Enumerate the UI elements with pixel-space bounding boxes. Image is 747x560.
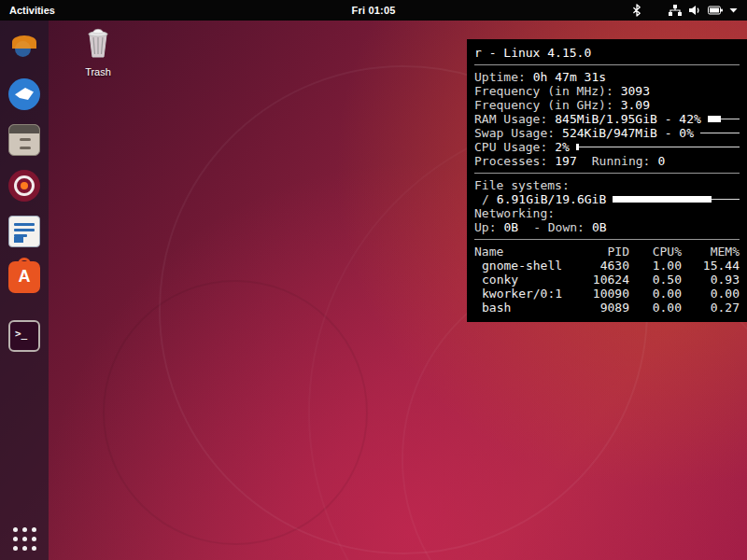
fs-root-row: /6.91GiB/19.6GiB (474, 192, 740, 206)
trash-label: Trash (73, 66, 123, 77)
filesystems-header: File systems: (474, 178, 740, 192)
process-row-pid: 9089 (573, 301, 629, 315)
process-row-mem: 0.27 (682, 301, 740, 315)
process-row-name: gnome-shell (474, 259, 573, 273)
divider (474, 64, 740, 65)
freq-mhz-row: Frequency (in MHz):3093 (474, 84, 740, 98)
bluetooth-icon (632, 4, 641, 17)
dock-item-files[interactable] (4, 119, 45, 161)
process-row-name: kworker/0:1 (474, 287, 573, 301)
thunderbird-icon (8, 78, 40, 110)
dock-item-libreoffice-writer[interactable] (4, 211, 45, 252)
activities-button[interactable]: Activities (0, 0, 64, 21)
swap-usage-bar (700, 130, 740, 136)
dock: A >_ (0, 21, 49, 560)
dock-item-firefox[interactable] (4, 28, 45, 69)
process-row-mem: 0.00 (682, 287, 740, 301)
freq-ghz-row: Frequency (in GHz):3.09 (474, 98, 740, 112)
top-bar: Activities Fri 01:05 (0, 0, 747, 21)
rhythmbox-icon (8, 170, 40, 202)
network-icon (669, 5, 682, 16)
desktop[interactable]: Activities Fri 01:05 (0, 0, 747, 560)
conky-title: r - Linux 4.15.0 (474, 46, 591, 60)
dock-item-rhythmbox[interactable] (4, 165, 45, 206)
process-row-cpu: 1.00 (629, 259, 682, 273)
chevron-down-icon (729, 7, 738, 13)
process-row-pid: 10624 (573, 273, 629, 287)
process-row-mem: 0.93 (682, 273, 740, 287)
battery-icon (708, 6, 723, 15)
terminal-icon: >_ (8, 320, 40, 352)
network-updown-row: Up:0B - Down:0B (474, 220, 740, 234)
trash-icon (82, 47, 114, 63)
uptime-row: Uptime:0h 47m 31s (474, 70, 740, 84)
desktop-icon-trash[interactable]: Trash (73, 26, 123, 77)
files-icon (8, 124, 40, 156)
col-header-cpu: CPU% (629, 245, 682, 259)
process-row-cpu: 0.00 (629, 287, 682, 301)
swap-usage-row: Swap Usage:524KiB/947MiB - 0% (474, 126, 740, 140)
process-row-name: conky (474, 273, 573, 287)
dock-item-thunderbird[interactable] (4, 74, 45, 115)
col-header-pid: PID (573, 245, 629, 259)
divider (474, 173, 740, 174)
wallpaper-circle (103, 280, 368, 545)
fs-root-bar (613, 196, 740, 203)
process-row-cpu: 0.00 (629, 301, 682, 315)
firefox-icon (8, 33, 40, 64)
process-row-pid: 10090 (573, 287, 629, 301)
ram-usage-row: RAM Usage:845MiB/1.95GiB - 42% (474, 112, 740, 126)
col-header-name: Name (474, 245, 573, 259)
ubuntu-software-icon: A (8, 261, 40, 293)
processes-row: Processes:197 Running:0 (474, 154, 740, 168)
dock-item-terminal[interactable]: >_ (4, 315, 45, 357)
col-header-mem: MEM% (682, 245, 740, 259)
show-applications-button[interactable] (10, 525, 38, 553)
process-row-name: bash (474, 301, 573, 315)
process-row-cpu: 0.50 (629, 273, 682, 287)
libreoffice-writer-icon (8, 216, 40, 247)
clock-button[interactable]: Fri 01:05 (351, 5, 395, 16)
process-row-mem: 15.44 (682, 259, 740, 273)
process-row-pid: 4630 (573, 259, 629, 273)
process-table: Name PID CPU% MEM% gnome-shell 4630 1.00… (474, 245, 740, 315)
networking-header: Networking: (474, 206, 740, 220)
system-menu-button[interactable] (628, 0, 741, 21)
dock-item-ubuntu-software[interactable]: A (4, 257, 45, 298)
ram-usage-bar (708, 116, 740, 122)
cpu-usage-bar (576, 144, 740, 150)
volume-icon (688, 5, 701, 16)
conky-widget: r - Linux 4.15.0 Uptime:0h 47m 31s Frequ… (467, 39, 747, 322)
cpu-usage-row: CPU Usage:2% (474, 140, 740, 154)
divider (474, 239, 740, 240)
